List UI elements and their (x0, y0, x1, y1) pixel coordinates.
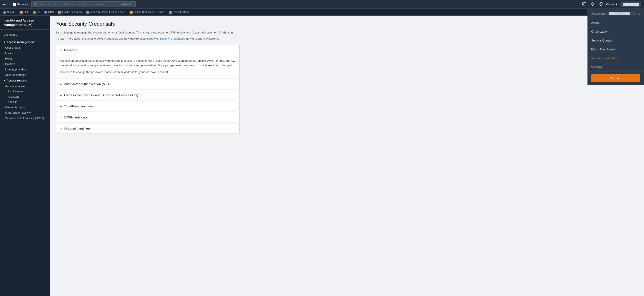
svg-rect-1 (13, 3, 14, 4)
services-button[interactable]: Services (12, 2, 29, 6)
dropdown-item-billing-dashboard[interactable]: Billing Dashboard (588, 45, 644, 54)
sidebar-item-analyzers[interactable]: Analyzers (0, 94, 50, 99)
ses-label: Amazon Simple Email Service (90, 11, 125, 14)
service-link-elasticbeanstalk[interactable]: EB Elastic Beanstalk (57, 10, 83, 14)
service-link-rds[interactable]: RD RDS (43, 10, 55, 14)
accordion-cloudfront-key-pairs: ▶ CloudFront key pairs (56, 101, 240, 111)
sidebar-item-dashboard[interactable]: Dashboard (0, 31, 50, 38)
svg-text:aws: aws (2, 3, 7, 6)
svg-rect-8 (14, 5, 15, 6)
accordion-x509-header[interactable]: ▼ X.509 certificate (56, 112, 240, 122)
main-layout: Identity and Access Management (IAM) Das… (0, 16, 644, 296)
dropdown-item-service-quotas[interactable]: Service Quotas (588, 36, 644, 45)
sidebar-section-access-reports-items: Access analyzer Archive rules Analyzers … (0, 83, 50, 104)
sidebar-item-settings[interactable]: Settings (0, 99, 50, 104)
service-link-cloud9[interactable]: ☁ Cloud9 (2, 10, 16, 14)
sidebar-item-account-settings[interactable]: Account settings (0, 72, 50, 78)
password-link-text: Click here to change the password, name,… (60, 70, 236, 74)
notifications-button[interactable] (590, 1, 595, 7)
dropdown-item-account[interactable]: Account (588, 18, 644, 27)
accordion-password-chevron: ▼ (60, 49, 62, 52)
service-link-ec2[interactable]: EC EC2 (18, 10, 30, 14)
svg-point-14 (592, 5, 593, 6)
accordion-access-keys-title: Access keys (access key ID and secret ac… (64, 93, 138, 97)
account-menu-button[interactable]: ▓▓▓▓▓▓▓▓ (620, 1, 642, 7)
s3-badge: S3 (33, 11, 36, 14)
sidebar-item-roles[interactable]: Roles (0, 56, 50, 61)
account-id-label: Account ID: (591, 12, 606, 15)
sidebar-section-access-management[interactable]: ▼ Access management (0, 39, 50, 45)
help-button[interactable]: ? (598, 1, 604, 7)
sign-out-button[interactable]: Sign out (591, 74, 640, 82)
nav-icons: ? Global ▼ ▓▓▓▓▓▓▓▓ (582, 1, 642, 7)
svg-point-10 (34, 3, 36, 5)
aws-security-credentials-link[interactable]: AWS Security Credentials (152, 37, 185, 40)
accordion-mfa-chevron: ▶ (60, 83, 62, 86)
service-link-s3[interactable]: S3 S3 (32, 10, 41, 14)
service-link-consolehome[interactable]: 🏠 Console Home (168, 10, 191, 14)
s3-label: S3 (37, 11, 40, 14)
bell-icon (590, 2, 594, 6)
cloudshell-button[interactable] (582, 1, 587, 7)
region-selector[interactable]: Global ▼ (606, 2, 618, 6)
accordion-cloudfront-title: CloudFront key pairs (64, 104, 94, 108)
sidebar: Identity and Access Management (IAM) Das… (0, 16, 50, 296)
accordion-access-keys-chevron: ▶ (60, 94, 62, 97)
sidebar-section-access-reports[interactable]: ▼ Access reports (0, 78, 50, 83)
accordion-cloudfront-chevron: ▶ (60, 105, 62, 108)
sidebar-item-access-analyzer[interactable]: Access analyzer (0, 83, 50, 89)
svg-rect-4 (13, 4, 14, 4)
accordion-password-title: Password (64, 48, 78, 52)
sns-badge: 🔔 (130, 11, 133, 14)
sidebar-item-policies[interactable]: Policies (0, 61, 50, 67)
svg-text:?: ? (600, 3, 602, 5)
service-link-ses[interactable]: ✉ Amazon Simple Email Service (85, 10, 126, 14)
svg-rect-3 (15, 3, 16, 4)
dropdown-item-settings[interactable]: Settings (588, 63, 644, 72)
consolehome-label: Console Home (173, 11, 190, 14)
sidebar-item-users[interactable]: Users (0, 50, 50, 56)
svg-rect-9 (15, 5, 16, 6)
accordion-access-keys-header[interactable]: ▶ Access keys (access key ID and secret … (56, 90, 240, 100)
aws-logo[interactable]: aws (2, 2, 10, 6)
dropdown-item-organization[interactable]: Organization (588, 27, 644, 36)
sidebar-item-service-control-policies[interactable]: Service control policies (SCPs) (0, 115, 50, 121)
accordion-x509: ▼ X.509 certificate (56, 112, 240, 122)
accordion-x509-title: X.509 certificate (64, 115, 88, 119)
accordion-x509-chevron: ▼ (60, 116, 62, 119)
rds-label: RDS (48, 11, 54, 14)
svg-rect-6 (15, 4, 16, 4)
search-input[interactable] (38, 2, 118, 6)
sidebar-item-user-groups[interactable]: User groups (0, 45, 50, 50)
accordion-password-header[interactable]: ▼ Password (56, 45, 240, 55)
sidebar-item-archive-rules[interactable]: Archive rules (0, 89, 50, 94)
sign-out-section: Sign out (588, 72, 644, 85)
chevron-down-icon-2: ▼ (4, 79, 6, 82)
accordion-account-identifiers-header[interactable]: ▼ Account identifiers (56, 123, 240, 133)
service-link-sns[interactable]: 🔔 Simple Notification Service (128, 10, 166, 14)
accordion-cloudfront-header[interactable]: ▶ CloudFront key pairs (56, 101, 240, 111)
services-bar: ☁ Cloud9 EC EC2 S3 S3 RD RDS EB Elastic … (0, 9, 644, 16)
sidebar-title: Identity and Access Management (IAM) (0, 18, 50, 29)
page-title: Your Security Credentials (56, 21, 240, 27)
chevron-down-icon: ▼ (4, 41, 6, 43)
services-label: Services (17, 2, 28, 6)
aws-logo-icon: aws (2, 2, 10, 6)
content-area: Your Security Credentials Use this page … (50, 16, 644, 296)
copy-icon[interactable]: ⧉ (638, 12, 640, 15)
sidebar-item-organization-activity[interactable]: Organization activity (0, 110, 50, 115)
accordion-mfa-header[interactable]: ▶ Multi-factor authentication (MFA) (56, 79, 240, 89)
sns-label: Simple Notification Service (134, 11, 164, 14)
cloudshell-icon (582, 2, 586, 6)
consolehome-badge: 🏠 (169, 11, 172, 14)
help-icon: ? (599, 2, 603, 6)
accordion-mfa: ▶ Multi-factor authentication (MFA) (56, 79, 240, 89)
ec2-badge: EC (20, 11, 22, 14)
svg-rect-7 (13, 5, 14, 6)
click-here-link[interactable]: Click here (60, 70, 72, 74)
sidebar-item-credential-report[interactable]: Credential report (0, 104, 50, 110)
dropdown-item-security-credentials[interactable]: Security credentials (588, 54, 644, 63)
sidebar-item-identity-providers[interactable]: Identity providers (0, 67, 50, 72)
svg-line-11 (36, 5, 36, 6)
search-bar[interactable]: [Option+S] (31, 1, 136, 7)
